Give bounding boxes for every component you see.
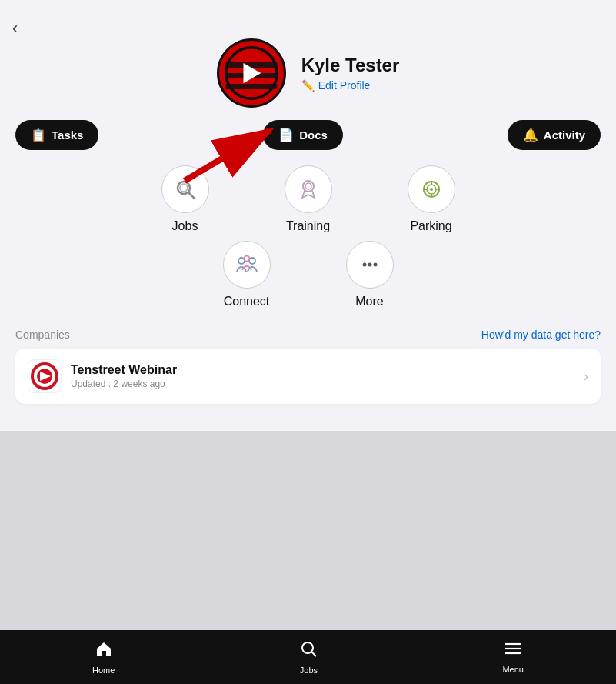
svg-point-13 xyxy=(305,183,311,189)
menu-label: Menu xyxy=(502,665,524,674)
svg-point-25 xyxy=(368,263,371,267)
bottom-nav-home[interactable]: Home xyxy=(92,639,115,675)
grid-item-more[interactable]: More xyxy=(339,241,401,309)
edit-icon: ✏️ xyxy=(301,79,315,92)
jobs-nav-label: Jobs xyxy=(300,666,318,675)
user-info-section: Kyle Tester ✏️ Edit Profile xyxy=(301,55,400,92)
connect-label: Connect xyxy=(224,295,270,309)
docs-icon: 📄 xyxy=(278,128,294,142)
svg-point-11 xyxy=(180,184,188,192)
home-icon xyxy=(95,639,113,662)
company-logo xyxy=(28,359,62,393)
jobs-label: Jobs xyxy=(172,219,198,233)
tasks-icon: 📋 xyxy=(31,128,46,142)
more-label: More xyxy=(355,295,383,309)
company-updated: Updated : 2 weeks ago xyxy=(71,379,177,389)
data-link[interactable]: How'd my data get here? xyxy=(481,329,601,341)
bottom-nav-menu[interactable]: Menu xyxy=(502,640,524,674)
bottom-nav: Home Jobs Menu xyxy=(0,630,616,684)
grid-item-parking[interactable]: Parking xyxy=(401,165,462,233)
menu-icon xyxy=(504,640,522,662)
grid-item-jobs[interactable]: Jobs xyxy=(155,165,216,233)
svg-line-32 xyxy=(312,652,317,657)
activity-label: Activity xyxy=(544,128,585,142)
svg-point-26 xyxy=(373,263,377,267)
svg-point-16 xyxy=(430,188,433,191)
chevron-right-icon: › xyxy=(584,369,588,385)
training-icon-circle xyxy=(285,165,332,213)
svg-point-24 xyxy=(362,263,366,267)
activity-button[interactable]: 🔔 Activity xyxy=(508,120,601,150)
tasks-label: Tasks xyxy=(52,128,83,142)
company-name: Tenstreet Webinar xyxy=(71,363,177,377)
activity-icon: 🔔 xyxy=(523,128,538,142)
grid-item-training[interactable]: Training xyxy=(278,165,339,233)
avatar xyxy=(217,38,286,108)
edit-profile-label: Edit Profile xyxy=(318,79,371,92)
bottom-nav-jobs[interactable]: Jobs xyxy=(299,639,318,675)
svg-point-23 xyxy=(244,256,249,262)
docs-label: Docs xyxy=(299,128,328,142)
parking-icon-circle xyxy=(408,165,455,213)
svg-rect-3 xyxy=(225,84,277,89)
grid-item-connect[interactable]: Connect xyxy=(216,241,278,309)
edit-profile-link[interactable]: ✏️ Edit Profile xyxy=(301,79,400,92)
svg-point-31 xyxy=(302,642,313,653)
connect-icon-circle xyxy=(223,241,271,289)
more-icon-circle xyxy=(346,241,394,289)
company-card[interactable]: Tenstreet Webinar Updated : 2 weeks ago … xyxy=(15,349,601,404)
jobs-icon-circle xyxy=(161,165,209,213)
training-label: Training xyxy=(286,219,330,233)
svg-rect-1 xyxy=(225,62,277,68)
svg-point-12 xyxy=(303,181,314,192)
svg-line-10 xyxy=(188,192,195,199)
parking-label: Parking xyxy=(410,219,451,233)
user-name: Kyle Tester xyxy=(301,55,400,76)
tasks-button[interactable]: 📋 Tasks xyxy=(15,120,98,150)
companies-section-label: Companies xyxy=(15,329,70,341)
docs-button[interactable]: 📄 Docs xyxy=(263,120,343,150)
home-label: Home xyxy=(92,666,115,675)
jobs-nav-icon xyxy=(299,639,318,662)
